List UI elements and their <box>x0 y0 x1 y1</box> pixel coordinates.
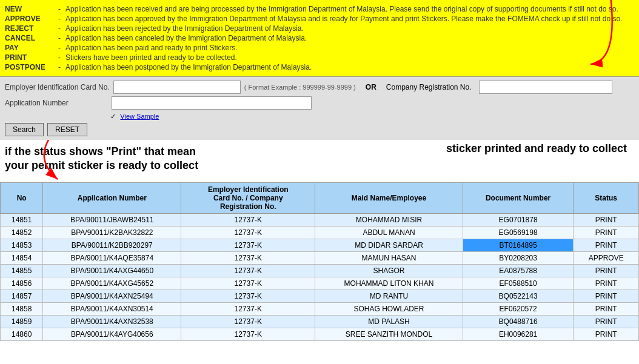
cell-status: PRINT <box>574 290 639 303</box>
cell-app-num: BPA/90011/K4AXG44650 <box>43 265 181 277</box>
status-banner: NEW-Application has been received and ar… <box>0 0 639 76</box>
cell-company: 12737-K <box>181 227 315 239</box>
table-section: No Application Number Employer Identific… <box>0 182 639 341</box>
col-no: No <box>1 183 43 214</box>
status-dash: - <box>58 34 61 42</box>
status-key: POSTPONE <box>5 63 53 71</box>
table-row: 14854 BPA/90011/K4AQE35874 12737-K MAMUN… <box>1 252 639 265</box>
status-row: PRINT-Stickers have been printed and rea… <box>5 53 634 62</box>
status-key: APPROVE <box>5 15 53 23</box>
status-dash: - <box>58 53 61 62</box>
cell-status: PRINT <box>574 227 639 239</box>
cell-name: MAMUN HASAN <box>315 252 463 265</box>
app-number-label: Application Number <box>5 99 108 107</box>
cell-name: MD PALASH <box>315 316 463 328</box>
cell-name: SHAGOR <box>315 265 463 277</box>
annotation-right: sticker printed and ready to collect <box>446 142 627 155</box>
status-desc: Application has been approved by the Imm… <box>65 15 634 23</box>
app-number-input[interactable] <box>112 96 312 110</box>
status-row: CANCEL-Application has been canceled by … <box>5 34 634 42</box>
cell-doc: BY0208203 <box>463 252 573 265</box>
col-doc-num: Document Number <box>463 183 573 214</box>
results-table: No Application Number Employer Identific… <box>0 182 639 341</box>
cell-status: PRINT <box>574 239 639 252</box>
status-row: REJECT-Application has been rejected by … <box>5 24 634 33</box>
company-input[interactable]: 12737-K <box>479 81 612 94</box>
cell-doc: BQ0488716 <box>463 316 573 328</box>
status-key: CANCEL <box>5 34 53 42</box>
cell-no: 14851 <box>1 214 43 227</box>
cell-doc: EG0701878 <box>463 214 573 227</box>
cell-no: 14853 <box>1 239 43 252</box>
cell-doc: EF0620572 <box>463 303 573 316</box>
status-dash: - <box>58 63 61 71</box>
cell-doc: EA0875788 <box>463 265 573 277</box>
col-maid-name: Maid Name/Employee <box>315 183 463 214</box>
col-app-num: Application Number <box>43 183 181 214</box>
status-key: PAY <box>5 44 53 52</box>
cell-status: PRINT <box>574 303 639 316</box>
view-sample-link[interactable]: View Sample <box>120 113 159 120</box>
status-desc: Application has been paid and ready to p… <box>65 44 634 52</box>
cell-app-num: BPA/90011/K4AXN25494 <box>43 290 181 303</box>
status-dash: - <box>58 15 61 23</box>
status-dash: - <box>58 24 61 33</box>
cell-status: PRINT <box>574 214 639 227</box>
status-row: POSTPONE-Application has been postponed … <box>5 63 634 71</box>
status-key: PRINT <box>5 53 53 62</box>
status-dash: - <box>58 5 61 13</box>
cell-app-num: BPA/90011/K2BAK32822 <box>43 227 181 239</box>
cell-company: 12737-K <box>181 328 315 341</box>
status-row: APPROVE-Application has been approved by… <box>5 15 634 23</box>
cell-status: APPROVE <box>574 252 639 265</box>
table-row: 14855 BPA/90011/K4AXG44650 12737-K SHAGO… <box>1 265 639 277</box>
cell-app-num: BPA/90011/K4AXN32538 <box>43 316 181 328</box>
annotation-section: if the status shows "Print" that mean yo… <box>0 140 639 182</box>
table-row: 14852 BPA/90011/K2BAK32822 12737-K ABDUL… <box>1 227 639 239</box>
cell-app-num: BPA/90011/K4AQE35874 <box>43 252 181 265</box>
reset-button[interactable]: RESET <box>47 123 87 136</box>
cell-doc: BQ0522143 <box>463 290 573 303</box>
format-hint: ( Format Example : 999999-99-9999 ) <box>244 84 356 91</box>
search-button[interactable]: Search <box>5 123 44 136</box>
cell-doc: EF0588510 <box>463 277 573 290</box>
cell-company: 12737-K <box>181 214 315 227</box>
status-desc: Application has been received and are be… <box>65 5 634 13</box>
cell-no: 14854 <box>1 252 43 265</box>
cell-name: MOHAMMAD MISIR <box>315 214 463 227</box>
cell-name: MD RANTU <box>315 290 463 303</box>
cell-name: SREE SANZITH MONDOL <box>315 328 463 341</box>
cell-doc: BT0164895 <box>463 239 573 252</box>
status-dash: - <box>58 44 61 52</box>
cell-app-num: BPA/90011/K4AXN30514 <box>43 303 181 316</box>
cell-status: PRINT <box>574 277 639 290</box>
cell-app-num: BPA/90011/K4AYG40656 <box>43 328 181 341</box>
cell-company: 12737-K <box>181 316 315 328</box>
employer-label: Employer Identification Card No. <box>5 83 110 91</box>
cell-name: MOHAMMAD LITON KHAN <box>315 277 463 290</box>
checkmark-icon: ✓ <box>110 113 116 120</box>
cell-company: 12737-K <box>181 277 315 290</box>
search-section: Employer Identification Card No. ( Forma… <box>0 76 639 140</box>
table-row: 14856 BPA/90011/K4AXG45652 12737-K MOHAM… <box>1 277 639 290</box>
employer-input[interactable] <box>113 81 241 94</box>
cell-company: 12737-K <box>181 252 315 265</box>
table-row: 14860 BPA/90011/K4AYG40656 12737-K SREE … <box>1 328 639 341</box>
cell-status: PRINT <box>574 316 639 328</box>
cell-status: PRINT <box>574 328 639 341</box>
table-row: 14851 BPA/90011/JBAWB24511 12737-K MOHAM… <box>1 214 639 227</box>
cell-app-num: BPA/90011/K4AXG45652 <box>43 277 181 290</box>
cell-no: 14852 <box>1 227 43 239</box>
status-row: PAY-Application has been paid and ready … <box>5 44 634 52</box>
cell-name: SOHAG HOWLADER <box>315 303 463 316</box>
cell-no: 14858 <box>1 303 43 316</box>
cell-no: 14860 <box>1 328 43 341</box>
status-desc: Application has been rejected by the Imm… <box>65 24 634 33</box>
table-row: 14857 BPA/90011/K4AXN25494 12737-K MD RA… <box>1 290 639 303</box>
cell-no: 14856 <box>1 277 43 290</box>
cell-no: 14859 <box>1 316 43 328</box>
status-desc: Application has been postponed by the Im… <box>65 63 634 71</box>
cell-no: 14855 <box>1 265 43 277</box>
or-text: OR <box>366 83 376 91</box>
status-key: NEW <box>5 5 53 13</box>
